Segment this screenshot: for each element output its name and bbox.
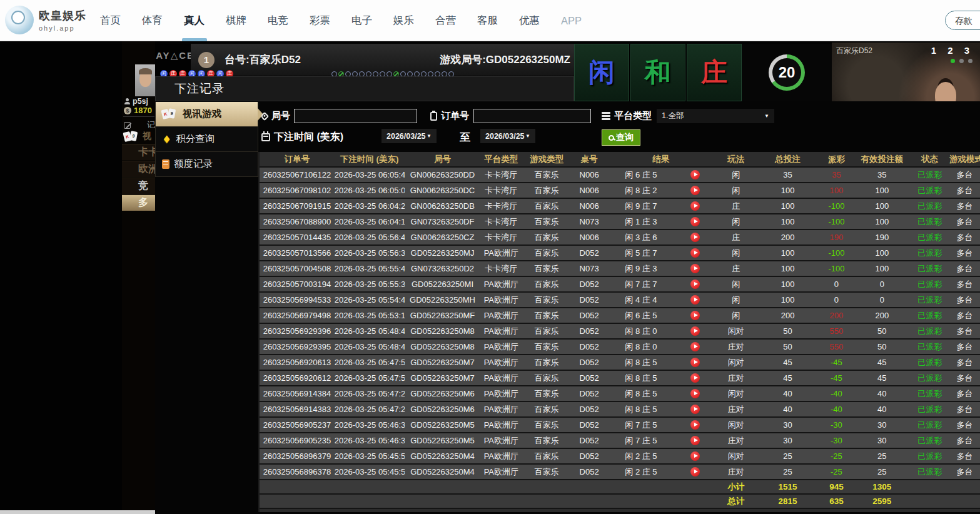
replay-button[interactable] — [690, 326, 700, 336]
cell-valid: 0 — [854, 277, 910, 291]
replay-button[interactable] — [690, 233, 700, 242]
bet-records-modal: K9视讯游戏♦积分查询额度记录 局号 订单号 平台类型 1.全部 ▼ 下注时间 … — [155, 101, 980, 514]
cell-round: GD052263250M7 — [405, 371, 481, 385]
replay-button[interactable] — [690, 170, 700, 179]
replay-button[interactable] — [690, 373, 700, 383]
cell-status: 已派彩 — [910, 402, 949, 416]
cell-result: 闲 2 庄 5 — [607, 449, 675, 463]
cell-result: 闲 5 庄 7 — [607, 246, 675, 260]
deposit-button[interactable]: 存款 — [945, 11, 980, 30]
username-row: p5sj — [124, 97, 148, 106]
table-row: 2603250671061222026-03-25 06:05:48GN0062… — [260, 168, 980, 183]
nav-item-电竞[interactable]: 电竞 — [268, 0, 288, 41]
order-input[interactable] — [473, 109, 591, 123]
cell-result: 闲 8 庄 0 — [607, 340, 675, 354]
cell-game: 百家乐 — [522, 324, 572, 338]
cell-valid: 190 — [854, 230, 910, 244]
cell-order: 260325056914384 — [260, 386, 335, 401]
cell-payout: -30 — [819, 433, 854, 448]
sum-label: 总计 — [715, 495, 757, 508]
replay-button[interactable] — [690, 358, 700, 367]
cell-game: 百家乐 — [522, 465, 572, 479]
nav-item-真人[interactable]: 真人 — [184, 0, 205, 41]
tab-积分查询[interactable]: ♦积分查询 — [155, 127, 258, 152]
lobby-item-竞[interactable]: 竞 — [122, 178, 155, 194]
bet-zone-和[interactable]: 和 — [630, 44, 685, 101]
cell-table: N006 — [572, 183, 607, 198]
cell-payout: -45 — [819, 355, 854, 370]
replay-button[interactable] — [690, 248, 700, 258]
round-input[interactable] — [294, 109, 417, 123]
replay-button[interactable] — [690, 201, 700, 211]
table-row: 2603250670889002026-03-25 06:04:10GN0732… — [260, 214, 980, 230]
cell-round: GD052263250MJ — [405, 246, 481, 260]
video-thumbnail[interactable]: 百家乐D52 1 2 3 — [832, 43, 980, 103]
search-button[interactable]: 查询 — [602, 129, 640, 146]
tab-额度记录[interactable]: 额度记录 — [155, 152, 258, 177]
replay-button[interactable] — [690, 342, 700, 351]
video-channel-pager[interactable]: 1 2 3 — [931, 45, 974, 56]
channel-dot-active — [951, 59, 955, 63]
replay-button[interactable] — [690, 436, 700, 445]
nav-item-棋牌[interactable]: 棋牌 — [226, 0, 246, 41]
nav-item-电子[interactable]: 电子 — [351, 0, 372, 41]
cell-round: GD052263250M8 — [405, 340, 481, 354]
replay-button[interactable] — [690, 264, 700, 273]
grand-total-row: 总计28156352595 — [260, 495, 980, 509]
cell-total: 40 — [757, 386, 819, 401]
nav-item-客服[interactable]: 客服 — [477, 0, 498, 41]
replay-button[interactable] — [690, 420, 700, 430]
replay-button[interactable] — [690, 295, 700, 305]
replay-button[interactable] — [690, 311, 700, 320]
replay-cell — [675, 371, 715, 385]
cell-table: N006 — [572, 199, 607, 213]
date-to-select[interactable]: 2026/03/25 ▼ — [480, 129, 535, 143]
money-bag-icon: $ — [124, 107, 131, 114]
cell-valid: 100 — [854, 261, 910, 276]
replay-cell — [675, 214, 715, 229]
nav-item-体育[interactable]: 体育 — [142, 0, 163, 41]
lobby-item-欧洲[interactable]: 欧洲 — [122, 161, 155, 177]
cell-order: 260325057014435 — [260, 230, 335, 244]
replay-button[interactable] — [690, 217, 700, 226]
replay-button[interactable] — [690, 451, 700, 461]
table-row: 2603250570045082026-03-25 05:55:43GN0732… — [260, 261, 980, 277]
cell-table: D052 — [572, 402, 607, 416]
cell-result: 闲 8 庄 5 — [607, 355, 675, 370]
platform-select[interactable]: 1.全部 ▼ — [657, 109, 774, 123]
cell-bet_type: 闲对 — [715, 386, 757, 401]
replay-button[interactable] — [690, 186, 700, 195]
date-from-select[interactable]: 2026/03/25 ▼ — [381, 129, 437, 143]
cell-table: D052 — [572, 308, 607, 323]
cell-result: 闲 7 庄 5 — [607, 418, 675, 432]
nav-item-APP[interactable]: APP — [561, 0, 582, 41]
lobby-item-卡卡[interactable]: 卡卡 — [122, 144, 155, 160]
replay-button[interactable] — [690, 405, 700, 414]
cell-mode: 多台 — [949, 230, 980, 244]
cell-round: GN006263250DD — [405, 168, 481, 182]
cell-valid: 50 — [854, 324, 910, 338]
bet-zone-庄[interactable]: 庄 — [687, 44, 742, 101]
tab-视讯游戏[interactable]: K9视讯游戏 — [155, 102, 258, 127]
lobby-item-多[interactable]: 多 — [122, 194, 155, 211]
column-header: 有效投注额 — [854, 152, 910, 166]
column-header: 派彩 — [819, 152, 854, 166]
replay-button[interactable] — [690, 467, 700, 476]
cell-platform: 卡卡湾厅 — [480, 214, 522, 229]
nav-item-娱乐[interactable]: 娱乐 — [393, 0, 414, 41]
video-game-row[interactable]: K9 视 — [124, 131, 151, 142]
brand-name: 欧皇娱乐 — [39, 8, 86, 23]
cell-total: 35 — [757, 168, 819, 182]
nav-item-首页[interactable]: 首页 — [100, 0, 121, 41]
replay-button[interactable] — [690, 280, 700, 289]
cell-game: 百家乐 — [522, 214, 572, 229]
nav-item-优惠[interactable]: 优惠 — [519, 0, 540, 41]
nav-item-合营[interactable]: 合营 — [435, 0, 456, 41]
cell-bet_type: 闲 — [715, 183, 757, 198]
bet-zone-闲[interactable]: 闲 — [574, 44, 629, 101]
edit-icon[interactable] — [124, 122, 131, 129]
cell-time: 2026-03-25 05:53:19 — [335, 308, 405, 323]
nav-item-彩票[interactable]: 彩票 — [310, 0, 330, 41]
cell-payout: 200 — [819, 308, 854, 323]
replay-button[interactable] — [690, 389, 700, 398]
